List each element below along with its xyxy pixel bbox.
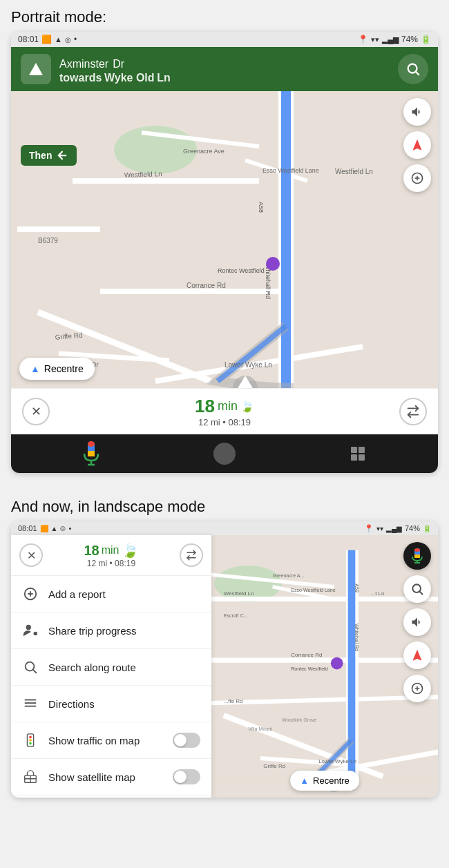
svg-rect-50 [25,706,37,707]
svg-text:Villa Mount: Villa Mount [248,726,272,732]
ls-battery-text: 74% [405,524,420,532]
ls-close-button[interactable]: ✕ [19,543,43,567]
svg-rect-2 [17,91,432,388]
svg-text:...ffe Rd: ...ffe Rd [224,698,243,704]
svg-text:Greenacre A...: Greenacre A... [273,573,305,579]
battery-icon: 🔋 [421,35,431,44]
svg-text:Westfield Ln: Westfield Ln [224,590,254,597]
ls-wifi-icon: ▾▾ [376,525,383,532]
svg-text:Greenacre Ave: Greenacre Ave [183,148,224,155]
recentre-label: Recentre [44,363,84,374]
search-button[interactable] [398,54,428,84]
menu-item-satellite[interactable]: Show satellite map [11,759,211,795]
notification-icon: 🟧 [41,35,52,44]
svg-text:A58: A58 [354,584,359,592]
svg-point-54 [29,742,32,745]
ls-notif-icon: 🟧 [40,525,48,532]
search-route-icon [22,659,39,675]
dot-icon: • [74,35,77,44]
nav-header: Axminster Dr towards Wyke Old Ln [11,47,438,91]
search-route-label: Search along route [48,662,200,673]
ls-add-report-button[interactable] [403,675,431,702]
ls-recentre-button[interactable]: ▲ Recentre [290,771,359,791]
landscape-body: ✕ 18 min 🍃 12 mi • 08:19 [11,535,438,798]
svg-text:Westfield Ln: Westfield Ln [124,170,162,179]
trip-time-unit: min [218,399,238,414]
trip-details: 12 mi • 08:19 [50,417,399,427]
menu-item-settings[interactable]: Settings [11,795,211,798]
recentre-button[interactable]: ▲ Recentre [19,358,95,380]
svg-text:Corrance Rd: Corrance Rd [187,282,226,289]
svg-point-53 [29,739,32,742]
ls-search-button[interactable] [403,575,431,603]
satellite-toggle[interactable] [173,769,200,784]
share-trip-label: Share trip progress [48,625,200,637]
svg-point-45 [34,632,38,636]
person-share-icon [22,622,39,639]
menu-item-add-report[interactable]: Add a report [11,576,211,613]
status-bar-left: 08:01 🟧 ▲ ◎ • [18,35,77,44]
add-report-label: Add a report [48,588,200,600]
mic-button[interactable] [77,440,105,467]
svg-text:Woodkirk Grove: Woodkirk Grove [282,717,317,723]
ls-recentre-label: Recentre [313,775,350,786]
traffic-icon [22,732,39,749]
svg-text:Griffe Rd: Griffe Rd [263,763,285,769]
portrait-mode-container: 08:01 🟧 ▲ ◎ • 📍 ▾▾ ▂▄▆ 74% 🔋 Axminster D… [11,32,438,473]
ls-distance: 12 mi [87,559,107,568]
satellite-label: Show satellite map [48,771,163,783]
circle-icon: ◎ [65,36,71,44]
ls-location-button[interactable] [403,642,431,669]
then-label: Then [29,150,52,161]
ls-trip-time-unit: min [102,544,120,557]
directions-label: Directions [48,698,200,710]
menu-item-traffic[interactable]: Show traffic on map [11,722,211,759]
ls-trip-time-value: 18 [84,543,99,559]
ls-mic-button[interactable] [403,542,431,570]
map-controls [403,98,431,192]
battery-text: 74% [401,35,418,44]
warning-icon: ▲ [55,35,62,44]
svg-line-1 [416,72,419,75]
location-pin-icon: 📍 [358,35,368,44]
volume-button[interactable] [403,98,431,126]
satellite-toggle-knob [174,771,187,783]
up-arrow-icon [29,63,43,75]
nav-direction-arrow [21,54,51,84]
close-navigation-button[interactable]: ✕ [22,398,50,425]
ls-volume-button[interactable] [403,608,431,636]
ls-map-controls [403,542,431,702]
location-arrow-button[interactable] [403,131,431,159]
svg-line-93 [420,592,423,595]
portrait-mode-title: Portrait mode: [0,0,449,32]
satellite-icon [22,769,39,785]
menu-item-directions[interactable]: Directions [11,686,211,722]
svg-rect-39 [351,454,357,461]
menu-list: Add a report Share trip progress [11,576,211,798]
ls-signal-icon: ▂▄▆ [386,525,402,532]
svg-rect-40 [359,454,365,461]
traffic-toggle[interactable] [173,733,200,748]
svg-rect-34 [88,451,95,456]
ls-battery-icon: 🔋 [423,525,431,532]
map-area: Then [11,91,438,388]
svg-text:Escroft C...: Escroft C... [224,613,248,619]
recentre-icon: ▲ [30,363,40,374]
landscape-mode-title: And now, in landscape mode [0,487,449,521]
svg-text:Westfield Ln: Westfield Ln [335,168,373,175]
add-report-button[interactable] [403,164,431,192]
then-banner: Then [21,145,77,166]
nav-towards: towards Wyke Old Ln [59,72,390,84]
apps-button[interactable] [344,440,372,467]
home-button[interactable] [211,440,238,467]
traffic-label: Show traffic on map [48,735,163,746]
menu-item-share-trip[interactable]: Share trip progress [11,613,211,649]
route-options-button[interactable] [399,398,427,425]
ls-route-options-button[interactable] [180,543,203,567]
home-indicator-circle [213,443,236,465]
svg-text:Esso Westfield Lane: Esso Westfield Lane [262,167,319,174]
trip-time-value: 18 [195,396,215,417]
ls-location-icon: 📍 [364,524,374,533]
menu-item-search-route[interactable]: Search along route [11,649,211,686]
svg-text:...t Ln: ...t Ln [370,590,384,597]
